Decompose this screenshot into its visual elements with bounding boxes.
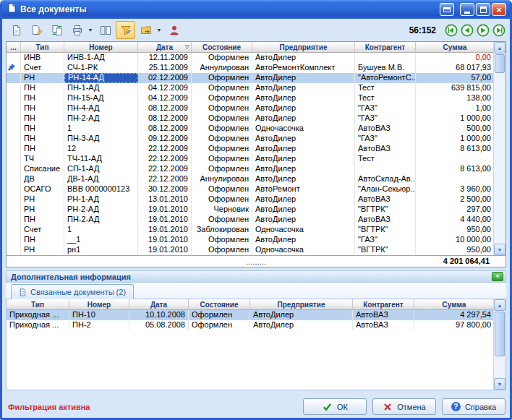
cell-number: СП-1-АД [64, 164, 138, 174]
scrollbar-track[interactable] [494, 357, 505, 378]
document-row[interactable]: ДВДВ-1-АД22.12.2009АннулированАвтоДилерА… [7, 174, 493, 184]
cell-date: 10.10.2008 [129, 310, 189, 320]
filter-status: Фильтрация активна [8, 403, 90, 411]
row-marker-cell [7, 245, 21, 255]
cell-company: АвтоДилер [252, 53, 355, 63]
documents-table-header[interactable]: ...ТипНомерДата▽СостояниеПредприятиеКонт… [7, 42, 493, 53]
tab-label: Связанные документы (2) [30, 288, 126, 296]
print-dropdown-arrow-icon[interactable]: ▼ [86, 21, 95, 39]
document-row[interactable]: ПНПН-15-АД04.12.2009ОформленАвтоДилерТес… [7, 93, 493, 103]
cell-contragent: "ГАЗ" [355, 103, 416, 113]
column-header[interactable]: Номер [64, 42, 138, 53]
document-row[interactable]: ПНПН-2-АД19.01.2010ОформленАвтоДилерАвто… [7, 215, 493, 225]
scroll-down-icon[interactable]: ▼ [494, 378, 505, 390]
document-row[interactable]: СчетСЧ-1-РК25.11.2009АннулированАвтоРемо… [7, 63, 493, 73]
minimize-button[interactable] [460, 3, 474, 16]
row-marker-cell [7, 53, 21, 63]
column-header[interactable]: Сумма [416, 42, 495, 53]
help-button[interactable]: ? Справка [442, 398, 505, 415]
column-header[interactable]: Предприятие [250, 299, 353, 310]
print-button[interactable] [67, 21, 87, 39]
columns-settings-button[interactable] [95, 21, 115, 39]
document-row[interactable]: Приходная ...ПН-1010.10.2008ОформленАвто… [7, 310, 493, 320]
export-button[interactable] [136, 21, 155, 39]
cell-date: 19.01.2010 [138, 215, 192, 225]
maximize-icon [480, 7, 487, 13]
cell-company: АвтоРемонт [252, 184, 355, 194]
document-row[interactable]: РНРН-1-АД13.01.2010ОформленАвтоДилерАвто… [7, 194, 493, 205]
cell-number: 1 [64, 225, 138, 235]
column-header[interactable]: Тип [7, 299, 69, 310]
scrollbar-track[interactable] [494, 74, 505, 244]
scroll-down-icon[interactable]: ▼ [494, 244, 505, 255]
cell-type: Счет [21, 63, 64, 73]
scroll-up-icon[interactable]: ▲ [494, 299, 505, 311]
nav-last-button[interactable] [492, 23, 505, 37]
cell-contragent: "ГАЗ" [355, 235, 416, 245]
document-row[interactable]: ПН1222.12.2009ОформленАвтоДилерАвтоВАЗ8 … [7, 144, 493, 154]
column-header[interactable]: Контрагент [353, 299, 414, 310]
cancel-button[interactable]: Отмена [372, 398, 436, 415]
cell-number: СЧ-1-РК [64, 63, 138, 73]
documents-table-scrollbar[interactable]: ▲ ▼ [493, 42, 505, 255]
app-window: Все документы × ▼ [0, 0, 512, 420]
user-button[interactable] [164, 21, 184, 39]
new-document-button[interactable] [7, 21, 26, 39]
document-row[interactable]: ПНПН-1-АД04.12.2009ОформленАвтоДилерТест… [7, 83, 493, 93]
column-header[interactable]: Предприятие [252, 42, 355, 53]
document-row[interactable]: ПН__119.01.2010ОформленАвтоДилер"ГАЗ"10 … [7, 235, 493, 245]
nav-first-button[interactable] [444, 23, 458, 37]
column-header[interactable]: Состояние [192, 42, 252, 53]
maximize-button[interactable] [476, 3, 490, 16]
rollup-button[interactable] [440, 3, 454, 16]
column-header[interactable]: Номер [69, 299, 129, 310]
column-header[interactable]: Дата▽ [138, 42, 192, 53]
cell-number: ПН-2 [69, 320, 129, 330]
cell-state: Оформлен [192, 215, 252, 225]
edit-document-button[interactable] [27, 21, 46, 39]
close-button[interactable]: × [492, 3, 506, 16]
document-row[interactable]: ТЧТЧ-11-АД22.12.2009ОформленАвтоДилерТес… [7, 154, 493, 164]
document-row[interactable]: ПНПН-4-АД08.12.2009ОформленАвтоДилер"ГАЗ… [7, 103, 493, 113]
column-header[interactable]: Тип [21, 42, 64, 53]
scrollbar-thumb[interactable] [495, 312, 505, 356]
row-marker-cell [7, 215, 21, 225]
tab-related-documents[interactable]: Связанные документы (2) [11, 284, 134, 299]
rollup-icon [443, 7, 451, 12]
document-row[interactable]: ПНПН-3-АД09.12.2009ОформленАвтоДилер"ГАЗ… [7, 134, 493, 144]
collapse-panel-button[interactable]: ▼ [492, 272, 503, 281]
column-header[interactable]: Состояние [189, 299, 250, 310]
document-row[interactable]: РНРН-14-АД02.12.2009ОформленАвтоДилер"Ав… [7, 73, 493, 83]
export-dropdown-arrow-icon[interactable]: ▼ [155, 21, 163, 39]
document-row[interactable]: Приходная ...ПН-205.08.2008ОформленАвтоД… [7, 320, 493, 330]
scroll-up-icon[interactable]: ▲ [494, 42, 505, 53]
cell-company: АвтоДилер [252, 194, 355, 205]
document-row[interactable]: СписаниеСП-1-АД22.12.2009ОформленАвтоДил… [7, 164, 493, 174]
nav-next-button[interactable] [476, 23, 490, 37]
ok-button[interactable]: ОК [303, 398, 367, 415]
scrollbar-thumb[interactable] [495, 54, 505, 73]
related-table-header[interactable]: ТипНомерДатаСостояниеПредприятиеКонтраге… [7, 299, 493, 310]
document-row[interactable]: Счет119.01.2010ЗаблокированОдночасочка"В… [7, 225, 493, 235]
cell-company: АвтоДилер [250, 310, 353, 320]
document-row[interactable]: РНРН-2-АД19.01.2010ЧерновикАвтоДилер"ВГТ… [7, 205, 493, 215]
document-row[interactable]: ОСАГОВВВ 000000012330.12.2009ОформленАвт… [7, 184, 493, 194]
cell-state: Аннулирован [192, 174, 252, 184]
column-header[interactable]: Дата [129, 299, 189, 310]
refresh-copy-button[interactable] [47, 21, 67, 39]
cell-company: АвтоДилер [252, 164, 355, 174]
info-panel-title: Дополнительная информация [11, 273, 131, 281]
cell-type: ПН [21, 113, 64, 124]
nav-prev-button[interactable] [460, 23, 474, 37]
cell-contragent: "ВГТРК" [355, 205, 416, 215]
column-header[interactable]: Сумма [414, 299, 495, 310]
filter-button[interactable] [116, 21, 135, 39]
document-row[interactable]: ИНВИНВ-1-АД12.11.2009ОформленАвтоДилер0,… [7, 53, 493, 63]
column-header[interactable]: ... [7, 42, 21, 53]
document-row[interactable]: ПНПН-2-АД08.12.2009ОформленАвтоДилер"ГАЗ… [7, 113, 493, 124]
document-row[interactable]: ПН108.12.2009ОформленОдночасочкаАвтоВАЗ5… [7, 124, 493, 134]
document-row[interactable]: РНрн119.01.2010ОформленОдночасочка"ВГТРК… [7, 245, 493, 255]
column-header[interactable]: Контрагент [355, 42, 416, 53]
total-row: ......... 4 201 064,41 [7, 255, 505, 267]
related-table-scrollbar[interactable]: ▲ ▼ [493, 299, 505, 390]
